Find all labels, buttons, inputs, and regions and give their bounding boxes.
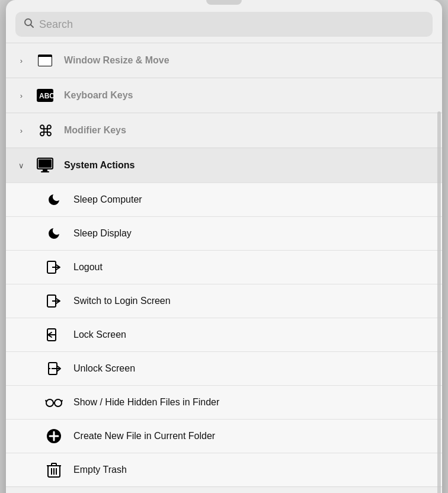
empty-trash-label: Empty Trash: [73, 465, 127, 475]
svg-line-24: [46, 400, 46, 402]
empty-trash-row[interactable]: Empty Trash: [6, 453, 442, 486]
logout-label: Logout: [73, 262, 103, 273]
list-item: Logout: [6, 250, 442, 284]
list-item: › Utility Actions: [6, 486, 442, 493]
svg-text:ABC: ABC: [39, 92, 53, 100]
glasses-icon: [45, 393, 63, 411]
unlock-icon: [45, 360, 63, 377]
switch-login-row[interactable]: Switch to Login Screen: [6, 284, 442, 318]
svg-point-22: [55, 399, 62, 406]
lock-icon: [45, 326, 63, 344]
list-item: Switch to Login Screen: [6, 284, 442, 318]
svg-line-25: [62, 400, 62, 402]
scrollbar[interactable]: [437, 111, 441, 493]
search-icon: [24, 18, 34, 31]
utility-actions-row[interactable]: › Utility Actions: [6, 487, 442, 493]
system-actions-sub-list: Sleep Computer Sleep Display: [6, 183, 442, 486]
chevron-down-icon: ∨: [17, 161, 26, 170]
logout-icon: [45, 258, 63, 276]
chevron-right-icon: ›: [17, 91, 26, 100]
lock-screen-label: Lock Screen: [73, 329, 126, 340]
list-item: Create New File in Current Folder: [6, 419, 442, 453]
search-input[interactable]: [39, 18, 424, 31]
sleep-display-label: Sleep Display: [73, 228, 132, 239]
add-circle-icon: [45, 427, 63, 445]
svg-point-21: [46, 399, 53, 406]
keyboard-keys-label: Keyboard Keys: [64, 90, 133, 101]
system-actions-label: System Actions: [64, 160, 135, 171]
list-item: ∨ System Actions: [6, 148, 442, 486]
unlock-screen-label: Unlock Screen: [73, 363, 135, 374]
list-item: Sleep Display: [6, 216, 442, 250]
list-item: Sleep Computer: [6, 183, 442, 216]
svg-rect-4: [39, 55, 52, 57]
window-resize-label: Window Resize & Move: [64, 55, 169, 66]
sleep-display-row[interactable]: Sleep Display: [6, 216, 442, 250]
moon-icon: [45, 225, 63, 242]
chevron-right-icon: ›: [17, 126, 26, 135]
svg-rect-11: [39, 159, 52, 168]
list-item: Lock Screen: [6, 318, 442, 351]
switch-login-label: Switch to Login Screen: [73, 296, 171, 306]
hidden-files-label: Show / Hide Hidden Files in Finder: [73, 397, 219, 408]
keyboard-keys-row[interactable]: › ABC Keyboard Keys: [6, 78, 442, 113]
sleep-computer-row[interactable]: Sleep Computer: [6, 183, 442, 216]
list-item: › Window Resize & Move: [6, 43, 442, 78]
sleep-computer-label: Sleep Computer: [73, 194, 142, 205]
sections-list: › Window Resize & Move › ABC: [6, 43, 442, 493]
chevron-right-icon: ›: [17, 56, 26, 65]
system-actions-row[interactable]: ∨ System Actions: [6, 148, 442, 183]
lock-screen-row[interactable]: Lock Screen: [6, 318, 442, 351]
moon-icon: [45, 191, 63, 209]
search-bar[interactable]: [15, 12, 433, 37]
svg-rect-10: [41, 171, 49, 172]
window-icon: [36, 51, 55, 70]
logout-row[interactable]: Logout: [6, 250, 442, 284]
svg-text:⌘: ⌘: [38, 122, 53, 139]
window-resize-row[interactable]: › Window Resize & Move: [6, 43, 442, 78]
top-notch: [206, 0, 242, 5]
modifier-keys-row[interactable]: › ⌘ Modifier Keys: [6, 113, 442, 148]
hidden-files-row[interactable]: Show / Hide Hidden Files in Finder: [6, 385, 442, 419]
modifier-keys-label: Modifier Keys: [64, 125, 126, 136]
switch-login-icon: [45, 292, 63, 310]
list-item: › ABC Keyboard Keys: [6, 78, 442, 113]
svg-rect-9: [43, 169, 47, 171]
list-item: Show / Hide Hidden Files in Finder: [6, 385, 442, 419]
new-file-row[interactable]: Create New File in Current Folder: [6, 419, 442, 453]
monitor-icon: [36, 156, 55, 175]
new-file-label: Create New File in Current Folder: [73, 431, 215, 441]
list-item: Empty Trash: [6, 453, 442, 486]
svg-rect-3: [39, 57, 52, 66]
list-item: › ⌘ Modifier Keys: [6, 113, 442, 148]
svg-line-1: [31, 25, 34, 28]
list-item: Unlock Screen: [6, 351, 442, 385]
cmd-icon: ⌘: [36, 121, 55, 140]
unlock-screen-row[interactable]: Unlock Screen: [6, 351, 442, 385]
trash-icon: [45, 461, 63, 479]
abc-icon: ABC: [36, 86, 55, 105]
main-panel: › Window Resize & Move › ABC: [6, 0, 442, 493]
